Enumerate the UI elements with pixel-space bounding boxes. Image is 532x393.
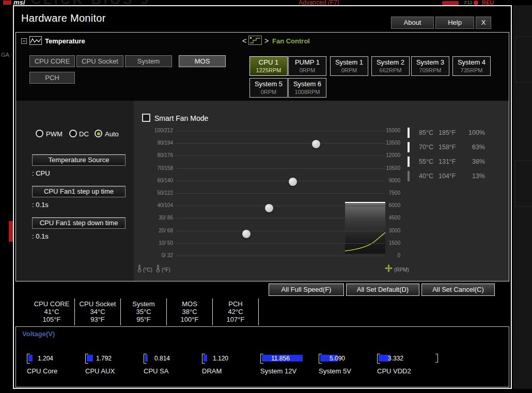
rpm-axis-labels: 1500013500120001050090007500600045003000… <box>385 131 400 260</box>
fan-name: System 5 <box>250 80 287 88</box>
fan-button-system6[interactable]: System 6 1008RPM <box>288 78 326 98</box>
temp-readout-celsius: 42°C <box>213 308 258 316</box>
temp-readout-name: System <box>121 300 166 308</box>
celsius-unit-label: (°C) <box>143 267 152 273</box>
fan-rpm: 0RPM <box>250 88 287 96</box>
temp-axis-label: 30/ 86 <box>141 215 173 221</box>
grid-line <box>176 181 385 181</box>
fan-button-system1[interactable]: System 1 0RPM <box>330 56 368 76</box>
temp-button-system[interactable]: System <box>125 55 172 67</box>
step-down-time-button[interactable]: CPU Fan1 step down time <box>32 217 126 229</box>
temp-readout-fahrenheit: 93°F <box>75 316 120 323</box>
fan-name: System 4 <box>453 58 490 67</box>
voltage-gauge: 3.332 CPU VDD2 <box>377 354 435 364</box>
temp-axis-label: 50/122 <box>141 190 173 196</box>
advanced-mode-label: Advanced (F7) <box>299 0 339 5</box>
fahrenheit-unit-label: (°F) <box>162 267 170 273</box>
close-button[interactable]: X <box>476 17 491 29</box>
setpoint-celsius: 70°C <box>419 144 439 151</box>
about-button[interactable]: About <box>391 17 434 29</box>
smart-fan-mode-checkbox[interactable] <box>142 114 150 122</box>
thermometer-fahrenheit-icon <box>156 264 160 275</box>
setpoint-bar <box>408 156 410 167</box>
radio-pwm-label: PWM <box>46 130 62 138</box>
fan-button-pump1[interactable]: PUMP 1 0RPM <box>288 56 326 76</box>
temp-readout-fahrenheit: 107°F <box>213 316 258 323</box>
rpm-axis-label: 0 <box>385 253 400 258</box>
fan-curve-handle-4[interactable] <box>312 140 320 148</box>
smart-fan-mode-label: Smart Fan Mode <box>154 114 208 122</box>
temp-readout-name: CPU CORE <box>29 300 74 308</box>
fan-name: System 1 <box>331 58 368 67</box>
fan-curve-pane: Smart Fan Mode 100/21290/19480/17670/158… <box>134 101 509 281</box>
temp-axis-labels: 100/21290/19480/17670/15860/14050/12240/… <box>141 131 173 260</box>
voltage-bar <box>87 355 93 361</box>
rpm-axis-label: 6000 <box>385 202 400 208</box>
selector-strip: Temperature CPU CORE CPU Socket System M… <box>16 33 509 101</box>
fan-button-system3[interactable]: System 3 709RPM <box>411 56 449 76</box>
setpoint-percent: 63% <box>463 144 485 151</box>
fan-rpm: 1008RPM <box>289 88 326 96</box>
grid-line <box>176 193 385 194</box>
voltage-gauge: 1.792 CPU AUX <box>85 354 144 364</box>
setpoint-row: 85°C 185°F 100% <box>408 125 485 140</box>
rpm-axis-label: 13500 <box>385 140 400 146</box>
fan-curve-handle-2[interactable] <box>265 204 273 212</box>
temp-axis-label: 10/ 50 <box>141 240 173 246</box>
fan-curve-handle-3[interactable] <box>289 178 297 186</box>
fan-next-arrow[interactable]: > <box>264 37 269 45</box>
fan-rpm: 0RPM <box>289 67 326 74</box>
background-ghost-panel <box>515 36 532 83</box>
fan-curve-preview <box>345 202 385 254</box>
fan-name: PUMP 1 <box>289 58 326 67</box>
click-bios-ghost-title: CLICK BIOS 5 <box>31 0 151 5</box>
radio-pwm[interactable] <box>36 130 43 137</box>
fan-rpm-icon <box>385 264 393 274</box>
all-full-speed-button[interactable]: All Full Speed(F) <box>269 284 344 296</box>
fan-rpm: 0RPM <box>331 67 368 74</box>
grid-line <box>176 218 385 218</box>
temp-button-pch[interactable]: PCH <box>29 72 75 84</box>
fan-prev-arrow[interactable]: < <box>242 37 246 45</box>
background-right-strip <box>513 5 532 389</box>
radio-dc[interactable] <box>69 130 77 137</box>
voltage-gauge: 5.090 System 5V <box>319 354 377 364</box>
temperature-graph-icon <box>29 36 42 45</box>
temp-readout-fahrenheit: 100°F <box>167 316 212 323</box>
temp-button-cpu-socket[interactable]: CPU Socket <box>76 55 123 67</box>
temp-readout-name: CPU Socket <box>75 300 120 308</box>
voltage-label: CPU Core <box>27 367 57 375</box>
step-up-time-button[interactable]: CPU Fan1 step up time <box>32 186 126 197</box>
voltage-gauge: 1.204 CPU Core <box>27 354 85 364</box>
grid-line <box>176 143 385 144</box>
radio-auto-label: Auto <box>105 130 119 138</box>
temperature-source-button[interactable]: Temperature Source <box>32 154 126 166</box>
voltage-value: 1.120 <box>213 355 228 362</box>
all-set-cancel-button[interactable]: All Set Cancel(C) <box>421 284 495 296</box>
fan-button-cpu1[interactable]: CPU 1 1225RPM <box>249 56 288 76</box>
setpoint-row: 70°C 158°F 63% <box>408 140 485 154</box>
setpoint-fahrenheit: 131°F <box>439 158 463 165</box>
fan-curve-plot <box>176 131 385 256</box>
background-reu-label: REU <box>482 0 494 5</box>
setpoint-bar <box>408 128 410 138</box>
fan-button-system4[interactable]: System 4 735RPM <box>452 56 491 76</box>
fan-curve-handle-1[interactable] <box>242 230 251 238</box>
fan-button-system2[interactable]: System 2 662RPM <box>371 56 410 76</box>
temperature-section-title: Temperature <box>45 37 85 45</box>
background-left-edge-text: GA <box>1 52 9 58</box>
temp-button-mos[interactable]: MOS <box>179 55 226 67</box>
rpm-axis-label: 12000 <box>385 152 400 158</box>
collapse-icon[interactable] <box>21 38 27 44</box>
all-set-default-button[interactable]: All Set Default(D) <box>346 284 419 296</box>
temp-button-cpu-core[interactable]: CPU CORE <box>29 55 75 67</box>
fan-button-system5[interactable]: System 5 0RPM <box>249 78 288 98</box>
bios-screen: msi CLICK BIOS 5 Advanced (F7) F12 REU G… <box>0 0 532 393</box>
grid-line <box>176 256 385 256</box>
radio-auto[interactable] <box>95 130 102 137</box>
fan-name: CPU 1 <box>250 58 287 67</box>
setpoint-celsius: 85°C <box>419 129 439 136</box>
msi-brand-text: msi <box>13 0 25 5</box>
help-button[interactable]: Help <box>435 17 474 29</box>
background-ghost-panel <box>515 160 532 207</box>
